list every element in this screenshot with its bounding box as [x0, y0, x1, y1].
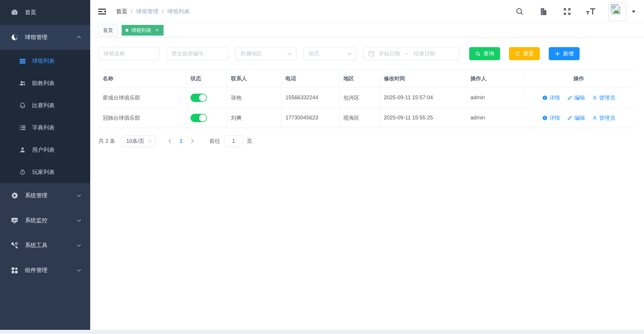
- date-range-picker[interactable]: 开始日期 - 结束日期: [364, 47, 460, 60]
- tag-venue-list[interactable]: 球馆列表 ×: [122, 25, 164, 36]
- breadcrumb-home[interactable]: 首页: [116, 8, 127, 15]
- person-icon: [592, 95, 597, 100]
- sidebar-item-system-tools[interactable]: 系统工具: [0, 233, 90, 258]
- admin-link[interactable]: 管理员: [592, 94, 615, 101]
- window-edge: [0, 330, 644, 334]
- detail-link-label: 详情: [549, 94, 560, 101]
- cell-actions: 详情 编辑 管理员: [523, 88, 635, 108]
- status-select[interactable]: 状态: [304, 47, 356, 60]
- goto-label: 前往: [210, 138, 220, 145]
- date-separator: -: [406, 51, 408, 57]
- header-status: 状态: [186, 69, 227, 87]
- watch-icon: [19, 169, 26, 176]
- user-icon: [19, 146, 26, 154]
- users-icon: [19, 80, 26, 87]
- header-actions: 操作: [523, 69, 635, 87]
- sidebar-item-system-management[interactable]: 系统管理: [0, 183, 90, 208]
- header-name: 名称: [99, 69, 186, 87]
- sidebar-item-user-list[interactable]: 用户列表: [0, 139, 90, 161]
- search-button[interactable]: 查询: [469, 47, 500, 60]
- chevron-left-icon: [168, 138, 172, 144]
- page-size-select[interactable]: 10条/页: [123, 135, 156, 147]
- chevron-down-icon: [148, 140, 152, 143]
- dashboard-icon: [11, 9, 18, 16]
- sidebar-item-system-monitor[interactable]: 系统监控: [0, 208, 90, 233]
- toggle-knob: [199, 94, 206, 101]
- breadcrumb-venue-list: 球馆列表: [167, 8, 190, 15]
- header-modified: 修改时间: [380, 69, 466, 87]
- goto-page-input[interactable]: [224, 135, 243, 147]
- cell-status: [186, 88, 227, 108]
- edit-icon: [567, 115, 572, 121]
- search-button-label: 查询: [483, 50, 494, 57]
- table-row: 星域台球俱乐部 张艳 15566332244 包河区 2025-09-11 15…: [99, 88, 635, 108]
- avatar-caret-icon[interactable]: [632, 10, 636, 13]
- toggle-knob: [199, 114, 206, 122]
- cell-region: 包河区: [339, 88, 380, 108]
- chevron-down-icon: [287, 52, 292, 55]
- cell-region: 瑶海区: [339, 108, 380, 128]
- person-icon: [592, 115, 597, 121]
- tag-label: 球馆列表: [131, 27, 151, 34]
- detail-link[interactable]: 详情: [542, 114, 560, 122]
- region-select[interactable]: 所属地区: [235, 47, 296, 60]
- tags-view: 首页 球馆列表 ×: [90, 23, 644, 37]
- sidebar-item-venue-list[interactable]: 球馆列表: [0, 50, 90, 72]
- next-page-button[interactable]: [187, 135, 198, 147]
- reset-button-label: 重置: [523, 50, 534, 57]
- chevron-down-icon: [347, 52, 352, 55]
- components-icon: [11, 266, 18, 274]
- detail-link[interactable]: 详情: [542, 94, 560, 101]
- current-page[interactable]: 1: [175, 138, 187, 144]
- filter-bar: 所属地区 状态 开始日期 - 结束日期: [99, 47, 644, 60]
- edit-link[interactable]: 编辑: [567, 114, 585, 122]
- font-size-icon[interactable]: [586, 7, 596, 17]
- chevron-down-icon: [77, 218, 81, 223]
- sidebar-item-venue-management[interactable]: 球馆管理: [0, 25, 90, 50]
- docs-icon[interactable]: [538, 7, 548, 17]
- venue-table: 名称 状态 联系人 电话 地区 修改时间 操作人 操作 星域台球俱乐部 张艳 1…: [99, 69, 635, 128]
- sidebar-submenu: 球馆列表 助教列表 比赛列表: [0, 50, 90, 183]
- tag-close-icon[interactable]: ×: [154, 28, 160, 33]
- add-button[interactable]: 新增: [549, 47, 580, 60]
- sidebar-item-component-management[interactable]: 组件管理: [0, 258, 90, 283]
- tools-icon: [11, 242, 18, 249]
- sidebar-item-label: 玩家列表: [32, 168, 55, 176]
- status-select-placeholder: 状态: [309, 50, 347, 57]
- sidebar-item-player-list[interactable]: 玩家列表: [0, 161, 90, 183]
- fullscreen-icon[interactable]: [562, 7, 572, 17]
- sidebar-item-dict-list[interactable]: 字典列表: [0, 116, 90, 139]
- info-icon: [542, 95, 548, 100]
- avatar[interactable]: [608, 2, 626, 21]
- cell-contact: 张艳: [227, 88, 281, 108]
- admin-link[interactable]: 管理员: [592, 114, 615, 122]
- admin-link-label: 管理员: [599, 94, 615, 101]
- reset-button[interactable]: 重置: [509, 47, 540, 60]
- chevron-right-icon: [191, 138, 194, 144]
- sidebar-item-assistant-list[interactable]: 助教列表: [0, 72, 90, 94]
- region-select-placeholder: 所属地区: [240, 50, 287, 57]
- edit-link-label: 编辑: [574, 94, 585, 101]
- search-icon[interactable]: [515, 7, 525, 17]
- status-toggle[interactable]: [191, 94, 207, 102]
- cell-operator: admin: [466, 108, 523, 128]
- venue-name-input[interactable]: [99, 47, 159, 60]
- tag-home[interactable]: 首页: [99, 25, 118, 36]
- chevron-down-icon: [77, 243, 81, 247]
- status-toggle[interactable]: [191, 114, 207, 122]
- monitor-icon: [11, 217, 18, 224]
- plus-icon: [555, 51, 560, 57]
- sidebar-item-home[interactable]: 首页: [0, 0, 90, 25]
- sidebar-item-label: 系统管理: [25, 192, 47, 199]
- sidebar-fold-icon[interactable]: [98, 8, 107, 15]
- license-number-input[interactable]: [166, 47, 228, 60]
- sidebar-item-label: 球馆管理: [25, 33, 47, 41]
- admin-link-label: 管理员: [599, 114, 615, 122]
- prev-page-button[interactable]: [164, 135, 175, 147]
- sidebar-item-match-list[interactable]: 比赛列表: [0, 94, 90, 116]
- table-header-row: 名称 状态 联系人 电话 地区 修改时间 操作人 操作: [99, 69, 635, 88]
- end-date-placeholder: 结束日期: [414, 50, 435, 57]
- broken-image-icon: [610, 3, 621, 15]
- sidebar-item-label: 助教列表: [32, 79, 55, 87]
- edit-link[interactable]: 编辑: [567, 94, 585, 101]
